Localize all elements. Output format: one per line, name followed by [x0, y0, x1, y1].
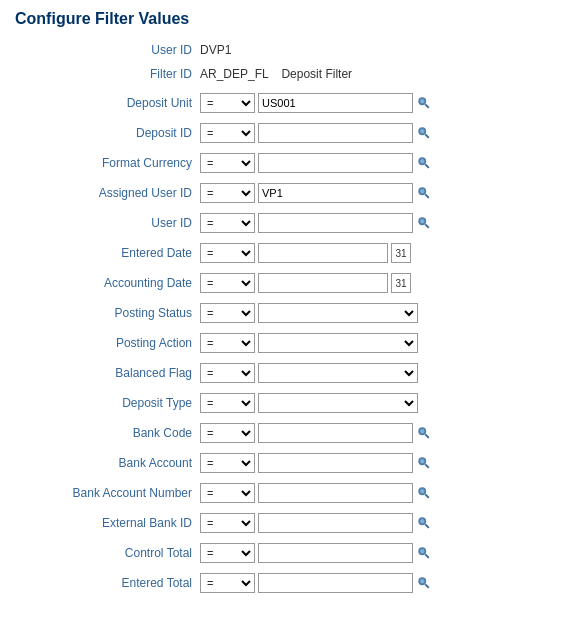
svg-point-17 — [420, 429, 424, 433]
format-currency-field: =<><=>=<>IN — [200, 150, 549, 176]
user-id-label: User ID — [15, 213, 200, 233]
svg-line-31 — [425, 584, 429, 588]
filter-id-value: AR_DEP_FL — [200, 67, 269, 81]
entered-date-operator[interactable]: =<><=>=<>IN — [200, 243, 255, 263]
deposit-type-label: Deposit Type — [15, 393, 200, 413]
entered-date-label: Entered Date — [15, 243, 200, 263]
deposit-id-lookup-icon[interactable] — [416, 125, 432, 141]
balanced-flag-label: Balanced Flag — [15, 363, 200, 383]
external-bank-id-operator[interactable]: =<><=>=<>IN — [200, 513, 255, 533]
filter-id-desc: Deposit Filter — [281, 67, 352, 81]
user-id-field: =<><=>=<>IN — [200, 210, 549, 236]
entered-date-input[interactable] — [258, 243, 388, 263]
user-id-input[interactable] — [258, 213, 413, 233]
svg-point-29 — [420, 549, 424, 553]
svg-line-22 — [425, 494, 429, 498]
format-currency-input[interactable] — [258, 153, 413, 173]
deposit-unit-operator[interactable]: =<><=>=<>IN — [200, 93, 255, 113]
page-container: Configure Filter Values User ID DVP1 Fil… — [0, 0, 564, 606]
deposit-type-field: =<><=>=<>IN — [200, 390, 549, 416]
control-total-lookup-icon[interactable] — [416, 545, 432, 561]
bank-account-field: =<><=>=<>IN — [200, 450, 549, 476]
external-bank-id-input[interactable] — [258, 513, 413, 533]
filter-id-label: Filter ID — [15, 64, 200, 84]
user-id-operator[interactable]: =<><=>=<>IN — [200, 213, 255, 233]
svg-line-10 — [425, 194, 429, 198]
filter-id-field: AR_DEP_FL Deposit Filter — [200, 64, 549, 84]
accounting-date-field: =<><=>=<>IN31 — [200, 270, 549, 296]
entered-total-label: Entered Total — [15, 573, 200, 593]
control-total-field: =<><=>=<>IN — [200, 540, 549, 566]
bank-account-operator[interactable]: =<><=>=<>IN — [200, 453, 255, 473]
assigned-user-id-lookup-icon[interactable] — [416, 185, 432, 201]
deposit-id-field: =<><=>=<>IN — [200, 120, 549, 146]
external-bank-id-field: =<><=>=<>IN — [200, 510, 549, 536]
page-title: Configure Filter Values — [15, 10, 549, 28]
svg-line-25 — [425, 524, 429, 528]
svg-point-20 — [420, 459, 424, 463]
bank-account-number-operator[interactable]: =<><=>=<>IN — [200, 483, 255, 503]
bank-account-number-field: =<><=>=<>IN — [200, 480, 549, 506]
deposit-type-value-select[interactable] — [258, 393, 418, 413]
svg-point-26 — [420, 519, 424, 523]
balanced-flag-field: =<><=>=<>IN — [200, 360, 549, 386]
assigned-user-id-operator[interactable]: =<><=>=<>IN — [200, 183, 255, 203]
entered-total-lookup-icon[interactable] — [416, 575, 432, 591]
deposit-id-input[interactable] — [258, 123, 413, 143]
svg-point-11 — [420, 189, 424, 193]
deposit-id-operator[interactable]: =<><=>=<>IN — [200, 123, 255, 143]
bank-code-label: Bank Code — [15, 423, 200, 443]
format-currency-lookup-icon[interactable] — [416, 155, 432, 171]
balanced-flag-value-select[interactable] — [258, 363, 418, 383]
svg-line-16 — [425, 434, 429, 438]
accounting-date-calendar-icon[interactable]: 31 — [391, 273, 411, 293]
posting-action-field: =<><=>=<>IN — [200, 330, 549, 356]
accounting-date-operator[interactable]: =<><=>=<>IN — [200, 273, 255, 293]
posting-status-operator[interactable]: =<><=>=<>IN — [200, 303, 255, 323]
bank-code-input[interactable] — [258, 423, 413, 443]
balanced-flag-operator[interactable]: =<><=>=<>IN — [200, 363, 255, 383]
posting-status-label: Posting Status — [15, 303, 200, 323]
svg-line-28 — [425, 554, 429, 558]
user-id-header-label: User ID — [15, 40, 200, 60]
fields-grid: Deposit Unit=<><=>=<>IN Deposit ID=<><=>… — [15, 90, 549, 596]
posting-status-value-select[interactable] — [258, 303, 418, 323]
deposit-type-operator[interactable]: =<><=>=<>IN — [200, 393, 255, 413]
svg-line-4 — [425, 134, 429, 138]
entered-total-input[interactable] — [258, 573, 413, 593]
bank-account-number-label: Bank Account Number — [15, 483, 200, 503]
format-currency-label: Format Currency — [15, 153, 200, 173]
assigned-user-id-input[interactable] — [258, 183, 413, 203]
bank-code-field: =<><=>=<>IN — [200, 420, 549, 446]
deposit-unit-lookup-icon[interactable] — [416, 95, 432, 111]
bank-account-lookup-icon[interactable] — [416, 455, 432, 471]
entered-total-operator[interactable]: =<><=>=<>IN — [200, 573, 255, 593]
svg-point-8 — [420, 159, 424, 163]
accounting-date-label: Accounting Date — [15, 273, 200, 293]
entered-total-field: =<><=>=<>IN — [200, 570, 549, 596]
deposit-unit-label: Deposit Unit — [15, 93, 200, 113]
user-id-lookup-icon[interactable] — [416, 215, 432, 231]
external-bank-id-lookup-icon[interactable] — [416, 515, 432, 531]
deposit-unit-input[interactable] — [258, 93, 413, 113]
bank-account-input[interactable] — [258, 453, 413, 473]
posting-action-operator[interactable]: =<><=>=<>IN — [200, 333, 255, 353]
bank-account-number-input[interactable] — [258, 483, 413, 503]
entered-date-calendar-icon[interactable]: 31 — [391, 243, 411, 263]
svg-line-7 — [425, 164, 429, 168]
control-total-input[interactable] — [258, 543, 413, 563]
bank-code-operator[interactable]: =<><=>=<>IN — [200, 423, 255, 443]
user-id-header-field: DVP1 — [200, 40, 549, 60]
deposit-id-label: Deposit ID — [15, 123, 200, 143]
bank-code-lookup-icon[interactable] — [416, 425, 432, 441]
bank-account-number-lookup-icon[interactable] — [416, 485, 432, 501]
posting-status-field: =<><=>=<>IN — [200, 300, 549, 326]
posting-action-value-select[interactable] — [258, 333, 418, 353]
format-currency-operator[interactable]: =<><=>=<>IN — [200, 153, 255, 173]
assigned-user-id-label: Assigned User ID — [15, 183, 200, 203]
accounting-date-input[interactable] — [258, 273, 388, 293]
assigned-user-id-field: =<><=>=<>IN — [200, 180, 549, 206]
svg-line-13 — [425, 224, 429, 228]
control-total-operator[interactable]: =<><=>=<>IN — [200, 543, 255, 563]
deposit-unit-field: =<><=>=<>IN — [200, 90, 549, 116]
